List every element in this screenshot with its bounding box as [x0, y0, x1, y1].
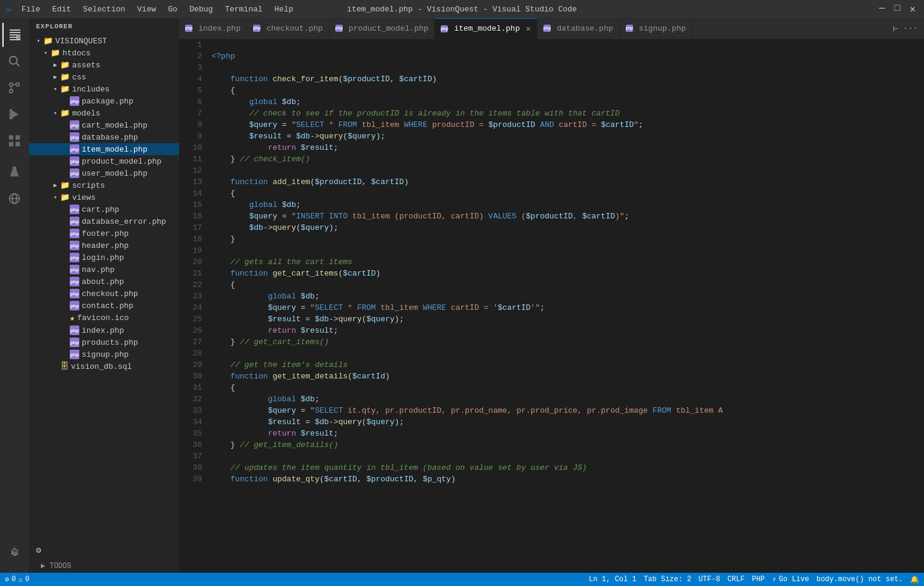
sidebar-item-checkout-php[interactable]: ▶ php checkout.php [29, 288, 179, 300]
search-activity-icon[interactable] [2, 49, 26, 73]
code-line-17: $db->query($query); [209, 222, 924, 233]
code-line-14: { [209, 188, 924, 199]
code-line-18: } [209, 233, 924, 245]
close-button[interactable]: ✕ [907, 3, 918, 15]
sidebar-item-models[interactable]: ▾ 📁 models [29, 107, 179, 119]
todos-section[interactable]: ▶ TODOS [29, 559, 179, 573]
status-bell[interactable]: 🔔 [910, 575, 919, 584]
sidebar-item-login-php[interactable]: ▶ php login.php [29, 251, 179, 264]
sidebar-item-package-php[interactable]: ▶ php package.php [29, 95, 179, 107]
sidebar-item-signup-php[interactable]: ▶ php signup.php [29, 348, 179, 360]
php-file-icon: php [70, 289, 79, 298]
tab-item-model-php[interactable]: php item_model.php ✕ [435, 18, 537, 39]
code-line-25: $result = $db->query($query); [209, 313, 924, 325]
settings-activity-icon[interactable] [2, 541, 26, 566]
status-errors[interactable]: ⊘ 0 ⚠ 0 [5, 575, 29, 584]
menu-edit[interactable]: Edit [47, 4, 76, 15]
sidebar-item-vision-db-sql[interactable]: ▶ 🗄 vision_db.sql [29, 360, 179, 372]
sidebar-item-views[interactable]: ▾ 📁 views [29, 191, 179, 203]
sidebar-item-nav-php[interactable]: ▶ php nav.php [29, 264, 179, 276]
code-line-12 [209, 165, 924, 176]
activity-bar-bottom [2, 541, 26, 568]
sidebar-item-favicon[interactable]: ▶ ★ favicon.ico [29, 312, 179, 324]
models-label: models [72, 109, 179, 118]
sidebar-item-assets[interactable]: ▶ 📁 assets [29, 59, 179, 71]
menu-selection[interactable]: Selection [78, 4, 130, 15]
sidebar-item-visionquest[interactable]: ▾ 📁 VISIONQUEST [29, 35, 179, 47]
tab-checkout-php[interactable]: php checkout.php [247, 18, 329, 39]
code-editor[interactable]: 1 2 3 4 5 6 7 8 9 10 11 12 13 14 15 16 1… [179, 39, 924, 573]
sidebar-item-contact-php[interactable]: ▶ php contact.php [29, 300, 179, 312]
language-text: PHP [752, 575, 765, 584]
sidebar-settings[interactable]: ⚙ [29, 541, 179, 559]
user-model-label: user_model.php [82, 169, 179, 178]
minimize-button[interactable]: — [877, 3, 887, 15]
svg-line-2 [16, 63, 19, 66]
sidebar-item-cart-model[interactable]: ▶ php cart_model.php [29, 119, 179, 131]
sidebar-item-database-error[interactable]: ▶ php database_error.php [29, 215, 179, 227]
explorer-activity-icon[interactable] [2, 23, 26, 47]
code-content[interactable]: <?php function check_for_item($productID… [209, 39, 924, 573]
tab-php-icon: php [441, 25, 448, 32]
status-language[interactable]: PHP [752, 575, 765, 584]
code-line-31: { [209, 382, 924, 393]
menu-terminal[interactable]: Terminal [220, 4, 267, 15]
menu-go[interactable]: Go [164, 4, 183, 15]
menu-help[interactable]: Help [270, 4, 298, 15]
tab-close-button[interactable]: ✕ [526, 23, 531, 34]
sidebar-item-index-php[interactable]: ▶ php index.php [29, 324, 179, 336]
extensions-activity-icon[interactable] [2, 129, 26, 153]
sidebar: EXPLORER ▾ 📁 VISIONQUEST ▾ 📁 htdocs ▶ 📁 … [29, 18, 179, 573]
sidebar-item-includes[interactable]: ▾ 📁 includes [29, 83, 179, 95]
more-actions-icon[interactable]: ··· [903, 23, 918, 34]
sidebar-item-css[interactable]: ▶ 📁 css [29, 71, 179, 83]
vision-db-label: vision_db.sql [71, 362, 179, 371]
code-line-7: // check to see if the productID is alre… [209, 108, 924, 119]
tab-database-php[interactable]: php database.php [537, 18, 620, 39]
run-activity-icon[interactable] [2, 102, 26, 126]
sidebar-item-cart-php[interactable]: ▶ php cart.php [29, 203, 179, 215]
contact-php-label: contact.php [82, 301, 179, 310]
status-go-live[interactable]: ⚡ Go Live [772, 575, 809, 584]
menu-view[interactable]: View [132, 4, 161, 15]
tab-signup-php[interactable]: php signup.php [620, 18, 693, 39]
sidebar-item-products-php[interactable]: ▶ php products.php [29, 336, 179, 348]
status-encoding[interactable]: UTF-8 [699, 575, 720, 584]
sidebar-item-header-php[interactable]: ▶ php header.php [29, 239, 179, 251]
sidebar-item-user-model[interactable]: ▶ php user_model.php [29, 167, 179, 179]
php-file-icon: php [70, 253, 79, 262]
code-line-3 [209, 62, 924, 73]
code-line-5: { [209, 85, 924, 96]
tab-index-php[interactable]: php index.php [179, 18, 247, 39]
todos-label: TODOS [49, 562, 71, 570]
status-tab-size[interactable]: Tab Size: 2 [644, 575, 691, 584]
svg-point-5 [16, 83, 20, 87]
tab-bar: php index.php php checkout.php php produ… [179, 18, 924, 39]
sidebar-item-item-model[interactable]: ▶ php item_model.php [29, 143, 179, 155]
menu-bar: File Edit Selection View Go Debug Termin… [17, 4, 298, 15]
php-file-icon: php [70, 156, 79, 166]
expand-arrow: ▾ [34, 37, 43, 45]
status-line-ending[interactable]: CRLF [727, 575, 745, 584]
tab-actions: ⊢ ··· [893, 23, 924, 34]
menu-debug[interactable]: Debug [185, 4, 218, 15]
code-line-27: } // get_cart_items() [209, 336, 924, 348]
source-control-activity-icon[interactable] [2, 76, 26, 100]
sidebar-item-htdocs[interactable]: ▾ 📁 htdocs [29, 47, 179, 59]
menu-file[interactable]: File [17, 4, 45, 15]
sidebar-item-database-php[interactable]: ▶ php database.php [29, 131, 179, 143]
sidebar-item-about-php[interactable]: ▶ php about.php [29, 276, 179, 288]
testing-activity-icon[interactable] [2, 160, 26, 184]
sidebar-item-footer-php[interactable]: ▶ php footer.php [29, 227, 179, 239]
remote-activity-icon[interactable] [2, 187, 26, 211]
sidebar-item-product-model[interactable]: ▶ php product_model.php [29, 155, 179, 167]
split-editor-icon[interactable]: ⊢ [893, 23, 898, 34]
status-position[interactable]: Ln 1, Col 1 [589, 575, 636, 584]
tab-product-model-php[interactable]: php product_model.php [329, 18, 435, 39]
tab-php-icon: php [543, 25, 551, 32]
folder-icon: 📁 [60, 180, 70, 190]
maximize-button[interactable]: □ [892, 3, 903, 15]
sidebar-item-scripts[interactable]: ▶ 📁 scripts [29, 179, 179, 191]
position-text: Ln 1, Col 1 [589, 575, 636, 584]
scripts-label: scripts [72, 181, 179, 190]
